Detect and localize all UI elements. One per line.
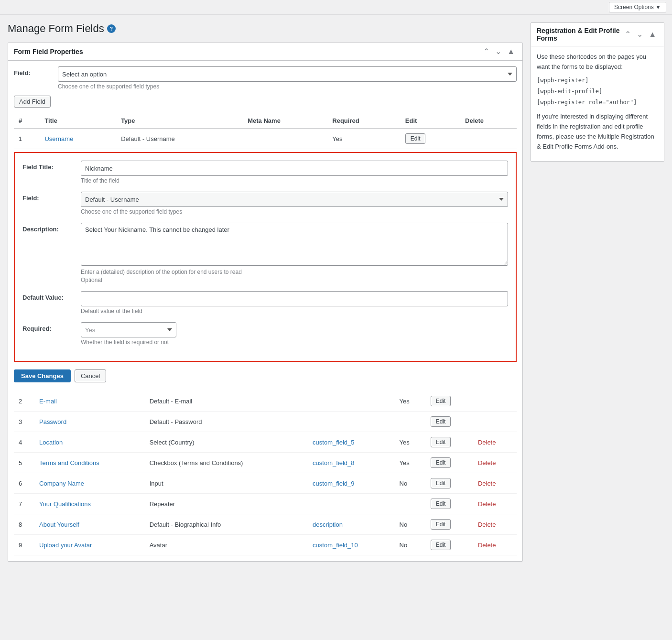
row-title-link[interactable]: Username bbox=[44, 135, 73, 142]
postbox-down-button[interactable]: ⌄ bbox=[493, 47, 503, 56]
edit-button[interactable]: Edit bbox=[431, 499, 451, 509]
edit-button[interactable]: Edit bbox=[431, 478, 451, 488]
edit-button[interactable]: Edit bbox=[431, 540, 451, 550]
edit-default-value-label: Default Value: bbox=[22, 291, 75, 301]
row-required: No bbox=[395, 473, 426, 494]
row-type: Default - E-mail bbox=[145, 391, 308, 412]
row-delete: Delete bbox=[473, 453, 517, 473]
edit-button[interactable]: Edit bbox=[431, 457, 451, 468]
page-title: Manage Form Fields ? bbox=[8, 22, 523, 35]
delete-link[interactable]: Delete bbox=[478, 439, 496, 446]
row-title: Username bbox=[40, 129, 116, 149]
row-delete: Delete bbox=[473, 494, 517, 514]
table-header-row: # Title Type Meta Name Required Edit Del… bbox=[14, 113, 517, 129]
required-select[interactable]: Yes bbox=[81, 322, 176, 337]
edit-button[interactable]: Edit bbox=[431, 437, 451, 447]
sidebar-column: Registration & Edit Profile Forms ⌃ ⌄ ▲ … bbox=[531, 22, 664, 569]
row-required: Yes bbox=[395, 453, 426, 473]
row-title-link[interactable]: Company Name bbox=[39, 480, 84, 487]
delete-link[interactable]: Delete bbox=[478, 521, 496, 528]
row-delete bbox=[473, 412, 517, 432]
row-num: 3 bbox=[14, 412, 34, 432]
edit-required-control: Yes Whether the field is required or not bbox=[81, 322, 508, 346]
field-label: Field: bbox=[14, 66, 52, 76]
row-num: 1 bbox=[14, 129, 40, 149]
row-delete bbox=[460, 129, 517, 149]
row-meta-name: custom_field_10 bbox=[308, 535, 394, 555]
row-meta-name bbox=[243, 129, 327, 149]
row-title-link[interactable]: Your Qualifications bbox=[39, 500, 91, 508]
delete-link[interactable]: Delete bbox=[478, 500, 496, 508]
row-title-link[interactable]: E-mail bbox=[39, 398, 57, 405]
edit-button[interactable]: Edit bbox=[405, 133, 426, 144]
edit-description-control: Select Your Nickname. This cannot be cha… bbox=[81, 223, 508, 283]
row-title-link[interactable]: Password bbox=[39, 418, 66, 425]
delete-link[interactable]: Delete bbox=[478, 480, 496, 487]
description-hint1: Enter a (detailed) description of the op… bbox=[81, 269, 508, 275]
field-type-select[interactable]: Select an option bbox=[58, 66, 517, 82]
row-delete: Delete bbox=[473, 514, 517, 535]
description-textarea[interactable]: Select Your Nickname. This cannot be cha… bbox=[81, 223, 508, 266]
edit-button[interactable]: Edit bbox=[431, 416, 451, 427]
sidebar-down-button[interactable]: ⌄ bbox=[635, 30, 645, 39]
row-title-link[interactable]: Upload your Avatar bbox=[39, 542, 92, 549]
sidebar-postbox: Registration & Edit Profile Forms ⌃ ⌄ ▲ … bbox=[531, 22, 664, 162]
table-row: 3 Password Default - Password Edit bbox=[14, 412, 517, 432]
row-delete: Delete bbox=[473, 473, 517, 494]
row-required: No bbox=[395, 514, 426, 535]
screen-options-button[interactable]: Screen Options ▼ bbox=[609, 2, 666, 12]
col-type: Type bbox=[116, 113, 243, 129]
add-field-button[interactable]: Add Field bbox=[14, 96, 51, 108]
row-required bbox=[395, 412, 426, 432]
edit-field-label: Field: bbox=[22, 192, 75, 202]
table-row: 2 E-mail Default - E-mail Yes Edit bbox=[14, 391, 517, 412]
postbox-up-button[interactable]: ⌃ bbox=[481, 47, 491, 56]
edit-field-select[interactable]: Default - Username bbox=[81, 192, 508, 207]
row-title-link[interactable]: Location bbox=[39, 439, 63, 446]
shortcode-1: [wppb-register] bbox=[537, 76, 658, 85]
edit-required-row: Required: Yes Whether the field is requi… bbox=[22, 322, 508, 346]
help-icon[interactable]: ? bbox=[107, 24, 116, 33]
cancel-button[interactable]: Cancel bbox=[75, 369, 106, 382]
row-title-link[interactable]: About Yourself bbox=[39, 521, 79, 528]
row-title: Terms and Conditions bbox=[34, 453, 145, 473]
row-meta-name: custom_field_9 bbox=[308, 473, 394, 494]
row-edit: Edit bbox=[426, 453, 473, 473]
edit-field-title-row: Field Title: Title of the field bbox=[22, 161, 508, 184]
delete-link[interactable]: Delete bbox=[478, 459, 496, 466]
postbox-collapse-button[interactable]: ▲ bbox=[505, 47, 517, 56]
sidebar-collapse-button[interactable]: ▲ bbox=[647, 30, 658, 39]
edit-field-row: Field: Default - Username Choose one of … bbox=[22, 192, 508, 215]
edit-default-value-row: Default Value: Default value of the fiel… bbox=[22, 291, 508, 315]
col-title: Title bbox=[40, 113, 116, 129]
default-value-input[interactable] bbox=[81, 291, 508, 306]
edit-button[interactable]: Edit bbox=[431, 396, 451, 406]
table-row: 6 Company Name Input custom_field_9 No E… bbox=[14, 473, 517, 494]
row-type: Input bbox=[145, 473, 308, 494]
row-type: Default - Username bbox=[116, 129, 243, 149]
field-title-input[interactable] bbox=[81, 161, 508, 176]
edit-field-title-label: Field Title: bbox=[22, 161, 75, 171]
sidebar-addon-text: If you're interested in displaying diffe… bbox=[537, 112, 658, 152]
row-edit: Edit bbox=[426, 473, 473, 494]
main-column: Manage Form Fields ? Form Field Properti… bbox=[8, 22, 523, 569]
field-type-hint: Choose one of the supported field types bbox=[58, 83, 517, 90]
row-meta-name bbox=[308, 494, 394, 514]
save-button[interactable]: Save Changes bbox=[14, 369, 71, 382]
postbox-header: Form Field Properties ⌃ ⌄ ▲ bbox=[8, 43, 522, 61]
row-title: Password bbox=[34, 412, 145, 432]
row-meta-name bbox=[308, 391, 394, 412]
sidebar-up-button[interactable]: ⌃ bbox=[623, 30, 633, 39]
edit-field-control: Default - Username Choose one of the sup… bbox=[81, 192, 508, 215]
remaining-fields-table: 2 E-mail Default - E-mail Yes Edit 3 Pas… bbox=[14, 391, 517, 555]
row-delete bbox=[473, 391, 517, 412]
row-edit: Edit bbox=[426, 535, 473, 555]
delete-link[interactable]: Delete bbox=[478, 542, 496, 549]
edit-button[interactable]: Edit bbox=[431, 519, 451, 530]
row-title-link[interactable]: Terms and Conditions bbox=[39, 459, 99, 466]
screen-options-bar: Screen Options ▼ bbox=[0, 0, 672, 15]
row-num: 6 bbox=[14, 473, 34, 494]
col-delete: Delete bbox=[460, 113, 517, 129]
row-title: Company Name bbox=[34, 473, 145, 494]
table-row: 7 Your Qualifications Repeater Edit Dele… bbox=[14, 494, 517, 514]
